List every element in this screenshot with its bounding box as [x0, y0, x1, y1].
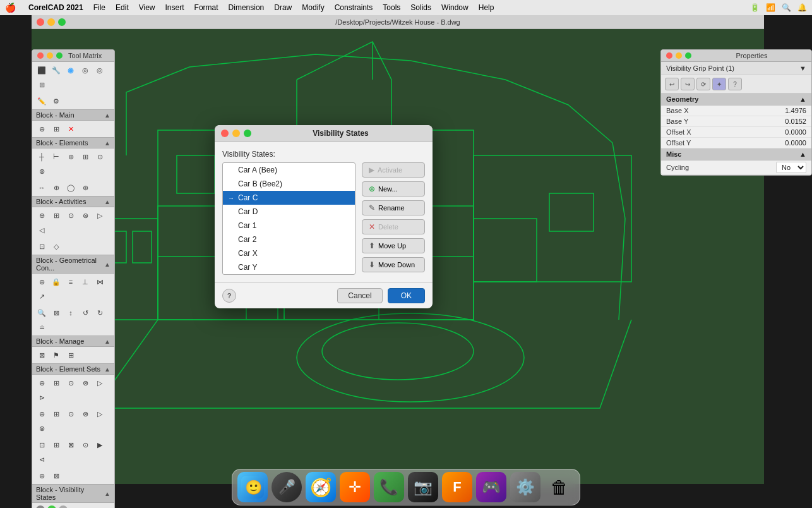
state-item-car-1[interactable]: → Car 1 — [223, 219, 355, 233]
block-elements-header[interactable]: Block - Elements ▲ — [32, 137, 114, 148]
panel-maximize[interactable] — [56, 52, 63, 59]
delete-button[interactable]: ✕ Delete — [362, 219, 425, 234]
menu-solids[interactable]: Solids — [410, 3, 431, 12]
tool-icon-8[interactable]: ⚙ — [49, 94, 63, 108]
be-tool-10[interactable]: ⊛ — [78, 181, 92, 195]
bes-tool-5[interactable]: ▷ — [93, 376, 107, 390]
states-list[interactable]: → Car A (Bee) → Car B (Bee2) → Car C → C… — [222, 162, 355, 275]
bg-tool-9[interactable]: ↕ — [64, 306, 78, 320]
prop-tool-4[interactable]: ✦ — [712, 78, 726, 90]
bes-tool-6[interactable]: ⊳ — [35, 390, 49, 404]
menu-view[interactable]: View — [139, 3, 155, 12]
ba-tool-7[interactable]: ⊡ — [35, 239, 49, 253]
bm2-tool-3[interactable]: ⊞ — [64, 348, 78, 362]
tool-icon-2[interactable]: 🔧 — [49, 63, 63, 77]
state-item-car-x[interactable]: → Car X — [223, 246, 355, 260]
state-item-car-d[interactable]: → Car D — [223, 205, 355, 219]
new-button[interactable]: ⊕ New... — [362, 181, 425, 197]
ba-tool-5[interactable]: ▷ — [93, 209, 107, 222]
bes-tool-2[interactable]: ⊞ — [49, 376, 63, 390]
state-item-car-b-bee2[interactable]: → Car B (Bee2) — [223, 177, 355, 191]
close-button[interactable] — [37, 18, 44, 26]
ba-tool-3[interactable]: ⊙ — [64, 209, 78, 222]
bes-tool-14[interactable]: ⊞ — [49, 438, 63, 452]
bg-tool-4[interactable]: ⊥ — [78, 275, 92, 289]
prop-tool-2[interactable]: ↪ — [681, 78, 695, 90]
bg-tool-6[interactable]: ↗ — [35, 289, 49, 303]
bg-tool-7[interactable]: 🔍 — [35, 306, 49, 320]
panel-close[interactable] — [37, 52, 44, 59]
menu-dimension[interactable]: Dimension — [229, 3, 265, 12]
bg-tool-3[interactable]: ≡ — [64, 275, 78, 289]
bes-tool-1[interactable]: ⊕ — [35, 376, 49, 390]
bes-tool-12[interactable]: ⊗ — [35, 421, 49, 435]
apple-menu[interactable]: 🍎 — [5, 3, 16, 13]
bg-tool-8[interactable]: ⊠ — [49, 306, 63, 320]
be-tool-7[interactable]: ↔ — [35, 181, 49, 195]
block-manage-header[interactable]: Block - Manage ▲ — [32, 336, 114, 347]
bg-tool-2[interactable]: 🔒 — [49, 275, 63, 289]
ba-tool-2[interactable]: ⊞ — [49, 209, 63, 222]
block-element-sets-header[interactable]: Block - Element Sets ▲ — [32, 363, 114, 375]
bg-tool-10[interactable]: ↺ — [78, 306, 92, 320]
bes-tool-7[interactable]: ⊕ — [35, 407, 49, 421]
block-activities-header[interactable]: Block - Activities ▲ — [32, 196, 114, 207]
be-tool-4[interactable]: ⊞ — [78, 150, 92, 164]
tool-icon-3[interactable]: ◉ — [64, 63, 78, 77]
geometry-section-header[interactable]: Geometry ▲ — [661, 94, 811, 106]
tool-icon-4[interactable]: ◎ — [78, 63, 92, 77]
dock-crosshair[interactable]: ✛ — [340, 472, 370, 502]
dock-font[interactable]: F — [442, 472, 472, 502]
bm-tool-1[interactable]: ⊕ — [35, 122, 49, 136]
bm2-tool-2[interactable]: ⚑ — [49, 348, 63, 362]
menu-insert[interactable]: Insert — [165, 3, 184, 12]
dock-finder[interactable]: 🙂 — [237, 472, 268, 502]
move-down-button[interactable]: ⬇ Move Down — [362, 257, 425, 272]
menu-constraints[interactable]: Constraints — [335, 3, 373, 12]
tool-icon-7[interactable]: ✏️ — [35, 94, 49, 108]
move-up-button[interactable]: ⬆ Move Up — [362, 238, 425, 253]
bm-tool-2[interactable]: ⊞ — [49, 122, 63, 136]
menu-modify[interactable]: Modify — [302, 3, 324, 12]
prop-tool-1[interactable]: ↩ — [665, 78, 679, 90]
state-item-car-2[interactable]: → Car 2 — [223, 233, 355, 246]
notification-icon[interactable]: 🔔 — [797, 3, 807, 12]
menu-draw[interactable]: Draw — [274, 3, 292, 12]
be-tool-8[interactable]: ⊕ — [49, 181, 63, 195]
rename-button[interactable]: ✎ Rename — [362, 200, 425, 215]
be-tool-5[interactable]: ⊙ — [93, 150, 107, 164]
props-maximize[interactable] — [685, 52, 691, 59]
bes-tool-8[interactable]: ⊞ — [49, 407, 63, 421]
dock-settings[interactable]: ⚙️ — [510, 472, 540, 502]
menu-file[interactable]: File — [93, 3, 105, 12]
ok-button[interactable]: OK — [388, 288, 425, 303]
ba-tool-8[interactable]: ◇ — [49, 239, 63, 253]
be-tool-6[interactable]: ⊗ — [35, 164, 49, 178]
props-minimize[interactable] — [676, 52, 682, 59]
bes-tool-13[interactable]: ⊡ — [35, 438, 49, 452]
bes-tool-4[interactable]: ⊗ — [78, 376, 92, 390]
menu-window[interactable]: Window — [441, 3, 469, 12]
menu-tools[interactable]: Tools — [383, 3, 400, 12]
panel-minimize[interactable] — [47, 52, 53, 59]
bes-tool-20[interactable]: ⊠ — [49, 469, 63, 483]
ba-tool-4[interactable]: ⊗ — [78, 209, 92, 222]
dialog-minimize[interactable] — [232, 130, 240, 137]
bes-tool-16[interactable]: ⊙ — [78, 438, 92, 452]
ba-tool-1[interactable]: ⊕ — [35, 209, 49, 222]
be-tool-3[interactable]: ⊕ — [64, 150, 78, 164]
tool-icon-1[interactable]: ⬛ — [35, 63, 49, 77]
misc-section-header[interactable]: Misc ▲ — [661, 148, 811, 160]
help-button[interactable]: ? — [222, 289, 236, 303]
bm-tool-3[interactable]: ✕ — [64, 122, 78, 136]
cancel-button[interactable]: Cancel — [337, 288, 382, 303]
be-tool-1[interactable]: ┼ — [35, 150, 49, 164]
bg-tool-1[interactable]: ⊕ — [35, 275, 49, 289]
menu-corelcad[interactable]: CorelCAD 2021 — [28, 3, 83, 12]
prop-tool-5[interactable]: ? — [728, 78, 742, 90]
state-item-car-y[interactable]: → Car Y — [223, 260, 355, 274]
bg-tool-5[interactable]: ⋈ — [93, 275, 107, 289]
props-close[interactable] — [666, 52, 672, 59]
bes-tool-10[interactable]: ⊗ — [78, 407, 92, 421]
dialog-maximize[interactable] — [244, 130, 251, 137]
